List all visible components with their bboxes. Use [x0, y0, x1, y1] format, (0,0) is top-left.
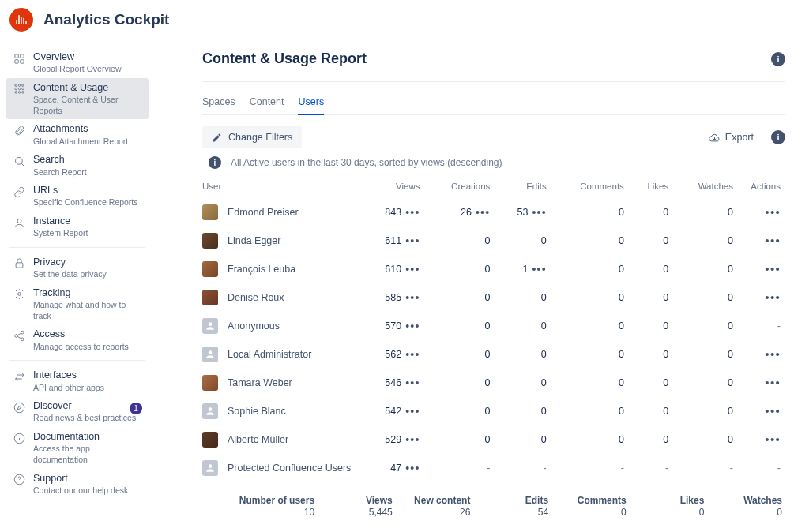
comments: 0: [619, 235, 624, 246]
avatar: [202, 318, 218, 334]
more-icon[interactable]: •••: [405, 434, 420, 445]
sidebar-item-discover[interactable]: DiscoverRead news & best practices1: [6, 396, 149, 427]
more-icon[interactable]: •••: [405, 235, 420, 246]
more-icon[interactable]: •••: [405, 377, 420, 388]
svg-point-11: [18, 92, 21, 94]
tab-spaces[interactable]: Spaces: [202, 92, 235, 115]
watches: 0: [728, 235, 733, 246]
more-icon[interactable]: •••: [405, 207, 420, 218]
col-user: User: [202, 177, 360, 198]
filter-info-icon[interactable]: i: [209, 156, 221, 169]
edits: 0: [541, 235, 547, 246]
sidebar-item-instance[interactable]: InstanceSystem Report: [6, 212, 149, 242]
export-button[interactable]: Export: [702, 128, 760, 148]
user-name[interactable]: Local Administrator: [228, 349, 311, 360]
more-icon[interactable]: •••: [405, 292, 420, 303]
sidebar-item-support[interactable]: SupportContact our our help desk: [6, 469, 149, 500]
user-name[interactable]: Sophie Blanc: [228, 406, 286, 417]
avatar: [202, 403, 218, 419]
compass-icon: [13, 401, 25, 414]
user-name[interactable]: Denise Roux: [228, 292, 284, 303]
creations: 0: [484, 264, 490, 275]
table-row: Alberto Müller529•••00000•••: [202, 425, 785, 454]
change-filters-label: Change Filters: [228, 132, 292, 143]
row-actions-icon[interactable]: •••: [765, 433, 781, 446]
sidebar-item-search[interactable]: SearchSearch Report: [6, 150, 149, 181]
svg-point-13: [15, 157, 22, 164]
row-actions-icon[interactable]: •••: [765, 234, 781, 247]
person-icon: [13, 216, 25, 229]
sidebar-item-interfaces[interactable]: InterfacesAPI and other apps: [6, 365, 149, 396]
svg-point-7: [14, 88, 17, 91]
summary-value: 0: [621, 507, 627, 518]
avatar: [202, 290, 218, 305]
more-icon[interactable]: •••: [532, 207, 546, 218]
user-name[interactable]: Protected Confluence Users: [228, 463, 351, 474]
row-actions-icon[interactable]: •••: [765, 262, 781, 275]
sidebar-item-tracking[interactable]: TrackingManage what and how to track: [6, 283, 149, 325]
user-name[interactable]: François Leuba: [228, 264, 295, 275]
summary-watches: Watches0: [704, 495, 782, 518]
svg-point-17: [21, 331, 24, 334]
toolbar-info-icon[interactable]: i: [771, 130, 785, 144]
search-icon: [13, 155, 25, 167]
user-name[interactable]: Linda Egger: [228, 235, 280, 246]
svg-point-19: [21, 338, 24, 341]
tab-users[interactable]: Users: [298, 92, 324, 115]
edits: 0: [541, 292, 547, 303]
col-watches: Watches: [673, 177, 738, 198]
more-icon[interactable]: •••: [405, 349, 420, 360]
row-actions-icon[interactable]: •••: [765, 290, 781, 304]
user-name[interactable]: Alberto Müller: [228, 434, 288, 445]
app-logo: [9, 8, 33, 32]
tabs: SpacesContentUsers: [202, 92, 785, 115]
table-row: Linda Egger611•••00000•••: [202, 227, 785, 255]
row-actions-icon[interactable]: •••: [765, 376, 781, 389]
more-icon[interactable]: •••: [476, 207, 490, 218]
sidebar: OverviewGlobal Report OverviewContent & …: [0, 43, 155, 532]
user-name[interactable]: Tamara Weber: [228, 377, 292, 388]
sidebar-item-label: Privacy: [33, 256, 107, 268]
summary-label: Comments: [578, 495, 627, 506]
more-icon[interactable]: •••: [405, 463, 420, 474]
sidebar-item-urls[interactable]: URLsSpecific Confluence Reports: [6, 181, 149, 212]
change-filters-button[interactable]: Change Filters: [202, 126, 302, 148]
edits: 0: [541, 320, 547, 332]
views: 562: [385, 349, 401, 360]
user-name[interactable]: Anonymous: [228, 320, 280, 332]
sidebar-item-label: Search: [33, 153, 87, 166]
row-actions-icon[interactable]: •••: [765, 205, 781, 219]
creations: 0: [484, 235, 490, 246]
info-icon[interactable]: i: [771, 52, 785, 66]
avatar: [202, 375, 218, 391]
more-icon[interactable]: •••: [405, 320, 420, 332]
views: 546: [385, 377, 401, 388]
creations: 0: [484, 377, 490, 388]
more-icon[interactable]: •••: [405, 406, 420, 417]
sidebar-item-attachments[interactable]: AttachmentsGlobal Attachment Report: [6, 119, 149, 150]
user-name[interactable]: Edmond Preiser: [228, 207, 299, 218]
tab-content[interactable]: Content: [250, 92, 284, 115]
summary-label: Edits: [525, 495, 548, 506]
edits: 1: [522, 264, 528, 275]
sidebar-item-sub: Set the data privacy: [33, 269, 107, 280]
sidebar-item-overview[interactable]: OverviewGlobal Report Overview: [6, 47, 149, 78]
sidebar-item-access[interactable]: AccessManage access to reports: [6, 324, 149, 355]
more-icon[interactable]: •••: [532, 264, 546, 275]
sidebar-item-content-usage[interactable]: Content & UsageSpace, Content & User Rep…: [6, 78, 149, 120]
sidebar-item-privacy[interactable]: PrivacySet the data privacy: [6, 253, 149, 283]
row-actions-icon[interactable]: •••: [765, 347, 781, 361]
edits: 53: [517, 207, 529, 218]
more-icon[interactable]: •••: [405, 264, 420, 275]
row-actions-icon[interactable]: •••: [765, 404, 781, 418]
exchange-icon: [13, 370, 25, 383]
summary-number-of-users: Number of users10: [205, 495, 314, 518]
creations: -: [487, 463, 490, 474]
svg-rect-0: [14, 54, 17, 57]
likes: 0: [663, 292, 668, 303]
sidebar-item-label: Interfaces: [33, 369, 104, 381]
table-row: Edmond Preiser843•••26•••53•••000•••: [202, 198, 785, 227]
sidebar-item-documentation[interactable]: DocumentationAccess the app documentatio…: [6, 427, 149, 469]
svg-rect-2: [14, 59, 17, 62]
svg-point-10: [14, 92, 17, 94]
